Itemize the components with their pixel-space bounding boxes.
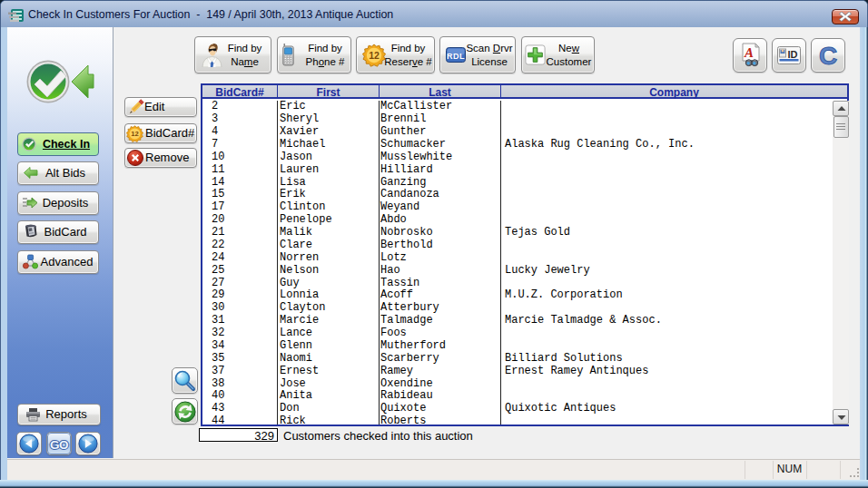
svg-text:RDL: RDL xyxy=(447,52,465,61)
svg-text:GO: GO xyxy=(50,438,68,452)
svg-text:A: A xyxy=(744,45,754,60)
svg-text:ID: ID xyxy=(788,49,798,60)
svg-text:C: C xyxy=(819,43,837,68)
svg-text:12: 12 xyxy=(369,50,380,61)
